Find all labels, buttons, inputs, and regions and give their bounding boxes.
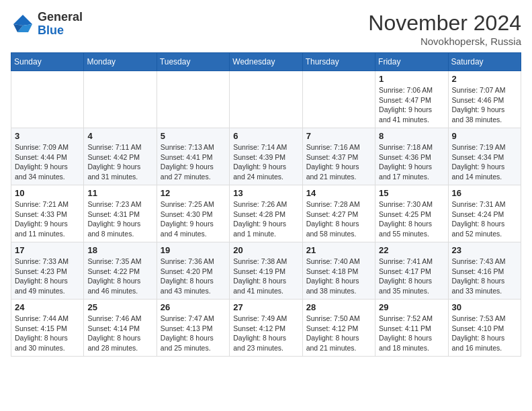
page-header: General Blue November 2024 Novokhopersk,… [11,11,521,47]
day-number: 27 [233,302,298,312]
calendar-week-row: 10Sunrise: 7:21 AM Sunset: 4:33 PM Dayli… [11,185,521,242]
day-number: 25 [87,302,152,312]
logo-general-text: General [38,10,83,24]
day-number: 9 [452,131,517,141]
calendar-cell: 8Sunrise: 7:18 AM Sunset: 4:36 PM Daylig… [375,128,448,185]
day-info: Sunrise: 7:36 AM Sunset: 4:20 PM Dayligh… [161,257,226,296]
day-number: 22 [379,245,444,255]
day-number: 20 [233,245,298,255]
day-info: Sunrise: 7:47 AM Sunset: 4:13 PM Dayligh… [161,314,226,353]
day-number: 30 [452,302,517,312]
day-number: 12 [161,188,226,198]
day-info: Sunrise: 7:07 AM Sunset: 4:46 PM Dayligh… [452,85,517,125]
calendar-cell: 19Sunrise: 7:36 AM Sunset: 4:20 PM Dayli… [157,242,229,300]
day-number: 18 [87,245,152,255]
calendar-cell: 26Sunrise: 7:47 AM Sunset: 4:13 PM Dayli… [157,300,229,357]
day-of-week-header: Saturday [448,53,521,71]
day-number: 8 [379,131,444,141]
calendar-cell: 30Sunrise: 7:53 AM Sunset: 4:10 PM Dayli… [448,300,521,357]
calendar-cell: 9Sunrise: 7:19 AM Sunset: 4:34 PM Daylig… [448,128,521,185]
calendar-cell: 14Sunrise: 7:28 AM Sunset: 4:27 PM Dayli… [302,185,375,242]
day-number: 6 [233,131,298,141]
calendar-cell: 12Sunrise: 7:25 AM Sunset: 4:30 PM Dayli… [157,185,229,242]
calendar-cell [84,71,157,128]
day-of-week-header: Monday [84,53,157,71]
location: Novokhopersk, Russia [368,36,521,47]
day-number: 7 [306,131,371,141]
day-info: Sunrise: 7:28 AM Sunset: 4:27 PM Dayligh… [306,199,371,239]
calendar-cell: 23Sunrise: 7:43 AM Sunset: 4:16 PM Dayli… [448,242,521,300]
calendar-cell: 10Sunrise: 7:21 AM Sunset: 4:33 PM Dayli… [11,185,84,242]
title-area: November 2024 Novokhopersk, Russia [368,11,521,47]
calendar-cell [230,71,302,128]
day-info: Sunrise: 7:52 AM Sunset: 4:11 PM Dayligh… [379,314,444,353]
day-info: Sunrise: 7:26 AM Sunset: 4:28 PM Dayligh… [233,199,298,239]
calendar-cell: 29Sunrise: 7:52 AM Sunset: 4:11 PM Dayli… [375,300,448,357]
calendar-cell: 7Sunrise: 7:16 AM Sunset: 4:37 PM Daylig… [302,128,375,185]
day-info: Sunrise: 7:33 AM Sunset: 4:23 PM Dayligh… [15,257,80,296]
calendar-cell: 2Sunrise: 7:07 AM Sunset: 4:46 PM Daylig… [448,71,521,128]
day-number: 26 [161,302,226,312]
calendar-cell: 16Sunrise: 7:31 AM Sunset: 4:24 PM Dayli… [448,185,521,242]
day-number: 29 [379,302,444,312]
day-info: Sunrise: 7:31 AM Sunset: 4:24 PM Dayligh… [452,199,517,239]
day-of-week-header: Wednesday [230,53,302,71]
day-info: Sunrise: 7:13 AM Sunset: 4:41 PM Dayligh… [161,142,226,182]
day-info: Sunrise: 7:16 AM Sunset: 4:37 PM Dayligh… [306,142,371,182]
svg-marker-0 [13,15,32,26]
day-info: Sunrise: 7:50 AM Sunset: 4:12 PM Dayligh… [306,314,371,353]
day-number: 28 [306,302,371,312]
day-info: Sunrise: 7:19 AM Sunset: 4:34 PM Dayligh… [452,142,517,182]
calendar-week-row: 17Sunrise: 7:33 AM Sunset: 4:23 PM Dayli… [11,242,521,300]
calendar-cell: 20Sunrise: 7:38 AM Sunset: 4:19 PM Dayli… [230,242,302,300]
day-number: 19 [161,245,226,255]
day-info: Sunrise: 7:35 AM Sunset: 4:22 PM Dayligh… [87,257,152,296]
day-info: Sunrise: 7:43 AM Sunset: 4:16 PM Dayligh… [452,257,517,296]
calendar-table: SundayMondayTuesdayWednesdayThursdayFrid… [11,52,521,357]
day-info: Sunrise: 7:23 AM Sunset: 4:31 PM Dayligh… [87,199,152,239]
day-info: Sunrise: 7:49 AM Sunset: 4:12 PM Dayligh… [233,314,298,353]
day-number: 16 [452,188,517,198]
logo-text: General Blue [38,11,83,38]
day-info: Sunrise: 7:06 AM Sunset: 4:47 PM Dayligh… [379,85,444,125]
month-title: November 2024 [368,11,521,36]
logo: General Blue [11,11,83,38]
logo-icon [11,12,35,36]
day-info: Sunrise: 7:44 AM Sunset: 4:15 PM Dayligh… [15,314,80,353]
day-info: Sunrise: 7:18 AM Sunset: 4:36 PM Dayligh… [379,142,444,182]
calendar-cell: 21Sunrise: 7:40 AM Sunset: 4:18 PM Dayli… [302,242,375,300]
calendar-cell: 27Sunrise: 7:49 AM Sunset: 4:12 PM Dayli… [230,300,302,357]
day-of-week-header: Sunday [11,53,84,71]
calendar-cell: 13Sunrise: 7:26 AM Sunset: 4:28 PM Dayli… [230,185,302,242]
day-info: Sunrise: 7:41 AM Sunset: 4:17 PM Dayligh… [379,257,444,296]
day-info: Sunrise: 7:11 AM Sunset: 4:42 PM Dayligh… [87,142,152,182]
calendar-cell: 24Sunrise: 7:44 AM Sunset: 4:15 PM Dayli… [11,300,84,357]
day-info: Sunrise: 7:09 AM Sunset: 4:44 PM Dayligh… [15,142,80,182]
day-info: Sunrise: 7:40 AM Sunset: 4:18 PM Dayligh… [306,257,371,296]
calendar-cell: 18Sunrise: 7:35 AM Sunset: 4:22 PM Dayli… [84,242,157,300]
day-info: Sunrise: 7:46 AM Sunset: 4:14 PM Dayligh… [87,314,152,353]
day-info: Sunrise: 7:25 AM Sunset: 4:30 PM Dayligh… [161,199,226,239]
calendar-cell: 11Sunrise: 7:23 AM Sunset: 4:31 PM Dayli… [84,185,157,242]
day-of-week-header: Thursday [302,53,375,71]
calendar-cell: 25Sunrise: 7:46 AM Sunset: 4:14 PM Dayli… [84,300,157,357]
calendar-week-row: 3Sunrise: 7:09 AM Sunset: 4:44 PM Daylig… [11,128,521,185]
day-number: 21 [306,245,371,255]
calendar-cell: 28Sunrise: 7:50 AM Sunset: 4:12 PM Dayli… [302,300,375,357]
calendar-cell [302,71,375,128]
day-of-week-header: Friday [375,53,448,71]
day-info: Sunrise: 7:14 AM Sunset: 4:39 PM Dayligh… [233,142,298,182]
day-number: 4 [87,131,152,141]
day-number: 24 [15,302,80,312]
calendar-cell [11,71,84,128]
calendar-week-row: 1Sunrise: 7:06 AM Sunset: 4:47 PM Daylig… [11,71,521,128]
day-number: 3 [15,131,80,141]
calendar-cell [157,71,229,128]
day-number: 10 [15,188,80,198]
day-number: 1 [379,74,444,84]
calendar-cell: 3Sunrise: 7:09 AM Sunset: 4:44 PM Daylig… [11,128,84,185]
day-of-week-header: Tuesday [157,53,229,71]
day-info: Sunrise: 7:53 AM Sunset: 4:10 PM Dayligh… [452,314,517,353]
calendar-cell: 6Sunrise: 7:14 AM Sunset: 4:39 PM Daylig… [230,128,302,185]
calendar-cell: 17Sunrise: 7:33 AM Sunset: 4:23 PM Dayli… [11,242,84,300]
